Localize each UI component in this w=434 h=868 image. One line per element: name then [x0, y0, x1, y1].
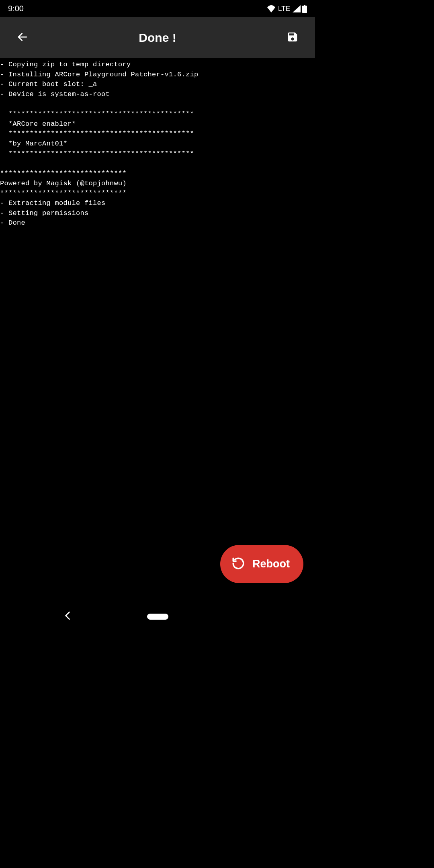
status-icons: LTE [267, 5, 307, 13]
reboot-button[interactable]: Reboot [220, 545, 303, 583]
reboot-label: Reboot [252, 558, 290, 570]
signal-icon [293, 5, 301, 12]
status-bar: 9:00 LTE [0, 0, 315, 17]
nav-home-pill[interactable] [147, 614, 168, 620]
nav-back-button[interactable] [64, 611, 71, 622]
install-log: - Copying zip to temp directory - Instal… [0, 58, 315, 228]
save-button[interactable] [285, 30, 301, 46]
svg-rect-1 [304, 5, 305, 6]
system-nav-bar [0, 603, 315, 630]
status-time: 9:00 [8, 4, 24, 13]
app-bar: Done ! [0, 17, 315, 58]
network-label: LTE [278, 5, 290, 13]
save-icon [287, 31, 299, 45]
reboot-icon [231, 557, 245, 572]
battery-icon [302, 5, 307, 13]
svg-rect-0 [302, 6, 307, 13]
page-title: Done ! [31, 31, 285, 45]
wifi-icon [267, 5, 276, 12]
back-button[interactable] [14, 30, 31, 46]
arrow-left-icon [16, 31, 29, 45]
